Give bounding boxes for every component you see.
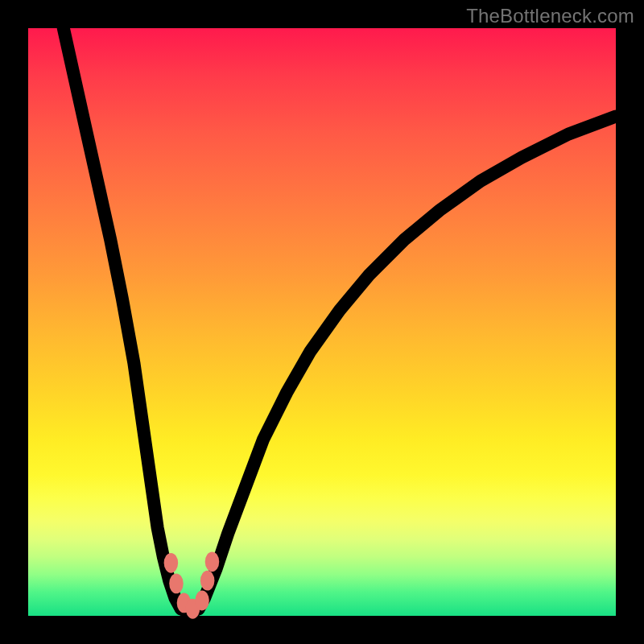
chart-svg	[28, 28, 616, 616]
chart-frame: TheBottleneck.com	[0, 0, 644, 644]
left-lower-segment	[169, 573, 184, 593]
marker-group	[164, 551, 220, 618]
curve-right	[199, 117, 616, 609]
watermark-text: TheBottleneck.com	[466, 5, 634, 27]
plot-area	[28, 28, 616, 616]
floor-right-dot	[195, 591, 209, 611]
right-upper-segment	[205, 551, 220, 572]
left-upper-segment	[164, 553, 179, 573]
curve-left	[64, 28, 181, 609]
right-lower-segment	[200, 571, 215, 591]
